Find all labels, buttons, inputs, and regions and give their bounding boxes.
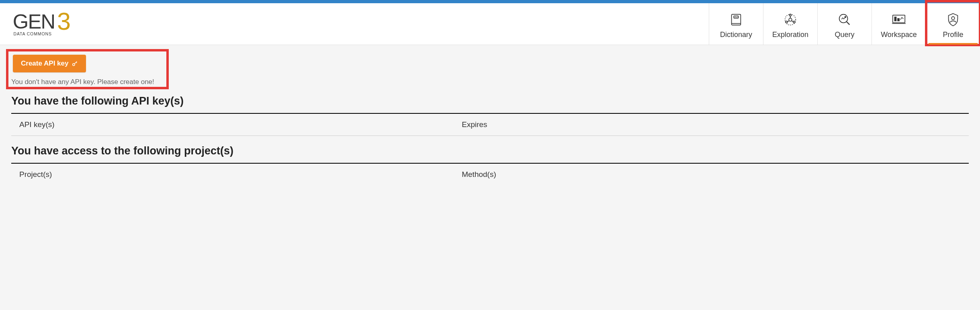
nav-label: Dictionary — [720, 31, 752, 39]
key-icon — [72, 60, 78, 67]
dictionary-icon: A-Z — [728, 11, 744, 28]
nav-label: Query — [835, 31, 854, 39]
svg-text:3: 3 — [57, 10, 71, 35]
projects-table-header: Project(s) Method(s) — [11, 163, 969, 185]
nav-workspace[interactable]: Workspace — [872, 3, 926, 45]
main-nav: A-Z Dictionary Exploration — [709, 3, 980, 45]
column-api-keys: API key(s) — [19, 120, 462, 129]
nav-query[interactable]: Query — [817, 3, 872, 45]
nav-exploration[interactable]: Exploration — [763, 3, 817, 45]
no-api-key-message: You don't have any API key. Please creat… — [11, 78, 969, 86]
button-label: Create API key — [21, 60, 68, 68]
column-expires: Expires — [462, 120, 961, 129]
svg-line-16 — [847, 22, 850, 25]
api-keys-table-header: API key(s) Expires — [11, 113, 969, 136]
svg-line-13 — [792, 21, 794, 22]
api-key-section: Create API key You don't have any API ke… — [0, 45, 980, 86]
svg-point-23 — [73, 64, 75, 66]
top-accent-bar — [0, 0, 980, 3]
nav-dictionary[interactable]: A-Z Dictionary — [709, 3, 763, 45]
svg-point-22 — [951, 16, 955, 20]
svg-text:A-Z: A-Z — [734, 16, 738, 18]
svg-rect-20 — [894, 16, 897, 21]
nav-label: Exploration — [772, 31, 808, 39]
svg-point-7 — [789, 18, 792, 21]
nav-profile[interactable]: Profile — [926, 3, 980, 45]
api-keys-heading: You have the following API key(s) — [11, 95, 969, 107]
header: GEN 3 DATA COMMONS A-Z Dictionary — [0, 3, 980, 45]
projects-heading: You have access to the following project… — [11, 145, 969, 157]
profile-icon — [945, 11, 961, 28]
exploration-icon — [783, 11, 798, 28]
create-api-key-button[interactable]: Create API key — [13, 55, 86, 72]
svg-rect-21 — [897, 18, 900, 21]
workspace-icon — [890, 11, 907, 28]
svg-line-25 — [76, 62, 77, 63]
svg-line-12 — [787, 21, 789, 22]
svg-point-17 — [845, 16, 846, 18]
main-content: Create API key You don't have any API ke… — [0, 45, 980, 185]
gen3-logo-icon: GEN 3 DATA COMMONS — [11, 10, 92, 38]
nav-label: Profile — [943, 31, 963, 39]
svg-text:DATA COMMONS: DATA COMMONS — [14, 31, 52, 36]
nav-label: Workspace — [881, 31, 917, 39]
query-icon — [837, 11, 852, 28]
logo[interactable]: GEN 3 DATA COMMONS — [0, 3, 92, 45]
svg-text:GEN: GEN — [13, 10, 55, 33]
column-methods: Method(s) — [462, 170, 961, 179]
column-projects: Project(s) — [19, 170, 462, 179]
